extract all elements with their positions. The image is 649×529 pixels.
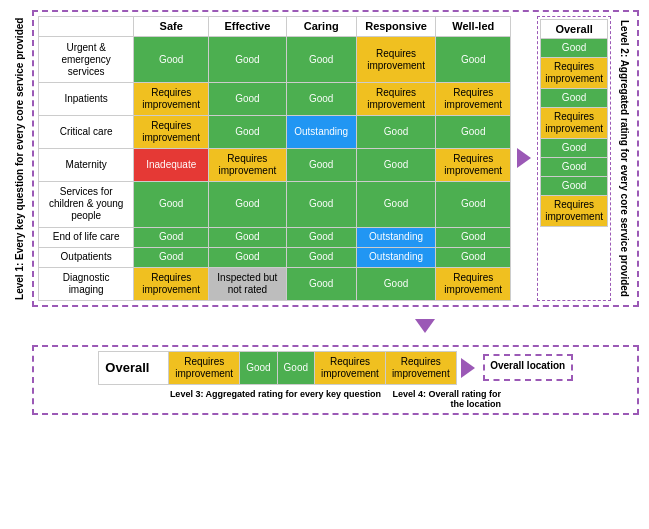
overall-cell: Requires improvement (541, 196, 608, 227)
overall-col-header: Overall (541, 20, 608, 39)
top-section: Safe Effective Caring Responsive Well-le… (32, 10, 639, 307)
cell-responsive: Good (356, 148, 436, 181)
cell-safe: Requires improvement (134, 267, 209, 300)
cell-caring: Good (286, 247, 356, 267)
overall-location-title: Overall location (490, 360, 565, 371)
level1-label: Level 1: Every key question for every co… (10, 10, 28, 307)
bottom-table: Overall Requires improvement Good Good R… (98, 351, 456, 385)
col-header-service (39, 17, 134, 37)
col-header-safe: Safe (134, 17, 209, 37)
overall-cell: Good (541, 177, 608, 196)
overall-table: Overall GoodRequires improvementGoodRequ… (540, 19, 608, 227)
arrow-down-container (210, 315, 639, 337)
table-row: Urgent & emergency servicesGoodGoodGoodR… (39, 37, 511, 83)
service-name: Services for children & young people (39, 181, 134, 227)
col-header-wellled: Well-led (436, 17, 511, 37)
service-name: Inpatients (39, 82, 134, 115)
cell-wellled: Good (436, 227, 511, 247)
table-row: Services for children & young peopleGood… (39, 181, 511, 227)
overall-location-box: Overall location (483, 354, 573, 381)
overall-row: Good (541, 177, 608, 196)
main-table: Safe Effective Caring Responsive Well-le… (38, 16, 511, 301)
cell-responsive: Outstanding (356, 227, 436, 247)
cell-caring: Good (286, 267, 356, 300)
overall-row: Good (541, 39, 608, 58)
service-name: Urgent & emergency services (39, 37, 134, 83)
service-name: Maternity (39, 148, 134, 181)
main-grid: Safe Effective Caring Responsive Well-le… (38, 16, 511, 301)
bottom-arrow-right-icon (461, 358, 475, 378)
cell-responsive: Good (356, 115, 436, 148)
overall-row: Requires improvement (541, 58, 608, 89)
cell-effective: Inspected but not rated (209, 267, 286, 300)
cell-responsive: Requires improvement (356, 82, 436, 115)
main-container: Level 1: Every key question for every co… (10, 10, 639, 415)
cell-safe: Good (134, 37, 209, 83)
cell-safe: Good (134, 247, 209, 267)
cell-responsive: Good (356, 181, 436, 227)
overall-cell: Good (541, 39, 608, 58)
overall-cell: Good (541, 89, 608, 108)
cell-effective: Good (209, 115, 286, 148)
cell-wellled: Good (436, 37, 511, 83)
cell-wellled: Good (436, 115, 511, 148)
cell-wellled: Requires improvement (436, 267, 511, 300)
bottom-safe: Requires improvement (169, 351, 240, 384)
cell-effective: Requires improvement (209, 148, 286, 181)
table-row: Critical careRequires improvementGoodOut… (39, 115, 511, 148)
overall-row: Good (541, 139, 608, 158)
cell-effective: Good (209, 247, 286, 267)
table-row: MaternityInadequateRequires improvementG… (39, 148, 511, 181)
cell-responsive: Outstanding (356, 247, 436, 267)
cell-caring: Good (286, 181, 356, 227)
arrow-down-icon (415, 319, 435, 333)
overall-row: Requires improvement (541, 196, 608, 227)
overall-cell: Good (541, 158, 608, 177)
overall-row: Requires improvement (541, 108, 608, 139)
table-row: InpatientsRequires improvementGoodGoodRe… (39, 82, 511, 115)
bottom-responsive: Requires improvement (315, 351, 386, 384)
service-name: Critical care (39, 115, 134, 148)
bottom-effective: Good (240, 351, 277, 384)
table-row: OutpatientsGoodGoodGoodOutstandingGood (39, 247, 511, 267)
cell-caring: Good (286, 227, 356, 247)
cell-responsive: Requires improvement (356, 37, 436, 83)
cell-effective: Good (209, 181, 286, 227)
cell-safe: Requires improvement (134, 115, 209, 148)
bottom-overall-label: Overall (99, 351, 169, 384)
cell-effective: Good (209, 37, 286, 83)
cell-wellled: Good (436, 181, 511, 227)
overall-section: Overall GoodRequires improvementGoodRequ… (537, 16, 611, 301)
level-labels-row: Level 3: Aggregated rating for every key… (170, 389, 501, 409)
overall-cell: Requires improvement (541, 108, 608, 139)
cell-effective: Good (209, 82, 286, 115)
cell-wellled: Requires improvement (436, 148, 511, 181)
cell-safe: Good (134, 181, 209, 227)
overall-row: Good (541, 89, 608, 108)
service-name: End of life care (39, 227, 134, 247)
col-header-effective: Effective (209, 17, 286, 37)
cell-wellled: Requires improvement (436, 82, 511, 115)
service-name: Outpatients (39, 247, 134, 267)
cell-wellled: Good (436, 247, 511, 267)
table-row: Diagnostic imagingRequires improvementIn… (39, 267, 511, 300)
overall-row: Good (541, 158, 608, 177)
overall-cell: Good (541, 139, 608, 158)
bottom-section: Overall Requires improvement Good Good R… (32, 345, 639, 415)
bottom-row: Overall Requires improvement Good Good R… (98, 351, 572, 385)
arrow-right-icon (517, 148, 531, 168)
cell-caring: Good (286, 37, 356, 83)
level3-label: Level 3: Aggregated rating for every key… (170, 389, 381, 409)
bottom-caring: Good (277, 351, 314, 384)
cell-safe: Inadequate (134, 148, 209, 181)
level4-label: Level 4: Overall rating for the location (381, 389, 501, 409)
cell-caring: Good (286, 148, 356, 181)
cell-safe: Good (134, 227, 209, 247)
top-wrapper: Level 1: Every key question for every co… (10, 10, 639, 307)
service-name: Diagnostic imaging (39, 267, 134, 300)
bottom-spacer (10, 345, 28, 415)
bottom-wellled: Requires improvement (385, 351, 456, 384)
arrow-right-col (515, 16, 533, 301)
cell-caring: Outstanding (286, 115, 356, 148)
level2-label: Level 2: Aggregated rating for every cor… (615, 16, 633, 301)
